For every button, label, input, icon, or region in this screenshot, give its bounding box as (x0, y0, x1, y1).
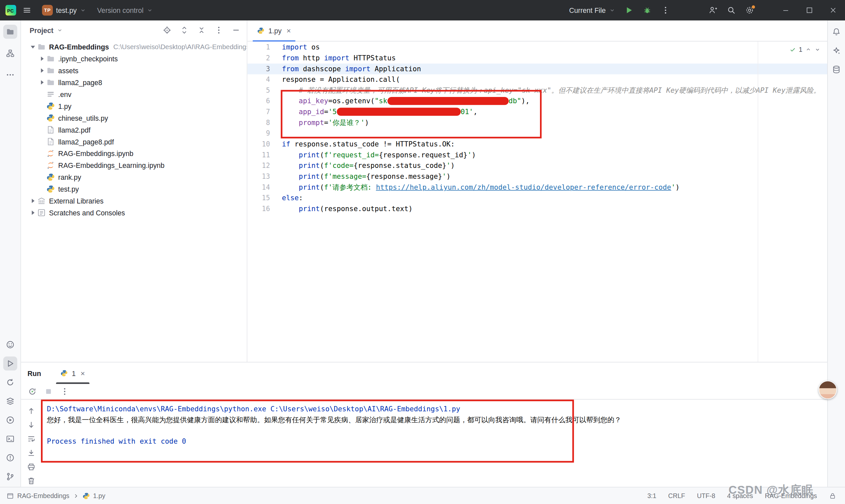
breadcrumb-project[interactable]: RAG-Embeddings (17, 492, 69, 499)
project-button[interactable] (3, 25, 17, 39)
code-line-6[interactable]: api_key=os.getenv("skdb"), (282, 96, 827, 107)
line-number[interactable]: 12 (247, 161, 282, 172)
line-number[interactable]: 16 (247, 203, 282, 214)
chevron-collapsed-icon[interactable] (29, 209, 37, 217)
previous-occurrence-button[interactable] (25, 405, 37, 417)
tree-item-llama2-pdf[interactable]: llama2.pdf (21, 124, 247, 136)
more-tool-windows-button[interactable] (3, 68, 17, 82)
run-tab-1[interactable]: 1 × (55, 362, 90, 384)
line-number[interactable]: 13 (247, 171, 282, 182)
clear-all-button[interactable] (25, 475, 37, 487)
line-number[interactable]: 5 (247, 85, 282, 96)
line-number[interactable]: 11 (247, 150, 282, 161)
code-editor[interactable]: 12345678910111213141516 import osfrom ht… (247, 41, 827, 362)
code-lines[interactable]: import osfrom http import HTTPStatusfrom… (282, 41, 827, 362)
line-number[interactable]: 9 (247, 128, 282, 139)
collapse-all-button[interactable] (196, 25, 207, 36)
tree-item-1-py[interactable]: 1.py (21, 100, 247, 112)
scroll-to-end-button[interactable] (25, 447, 37, 459)
code-line-4[interactable]: response = Application.call( (282, 74, 827, 85)
code-line-5[interactable]: # 若没有配置环境变量，可用百炼API Key将下行替换为：api_key="s… (282, 85, 827, 96)
tree-item-scratches-and-consoles[interactable]: Scratches and Consoles (21, 207, 247, 219)
print-button[interactable] (25, 461, 37, 473)
chevron-down-icon[interactable] (814, 46, 821, 53)
minimize-window-button[interactable] (774, 0, 797, 20)
chevron-expanded-icon[interactable] (29, 42, 37, 51)
tree-item-chinese-utils-py[interactable]: chinese_utils.py (21, 112, 247, 124)
chevron-collapsed-icon[interactable] (29, 197, 37, 205)
code-line-12[interactable]: print(f'code={response.status_code}') (282, 161, 827, 172)
line-number[interactable]: 8 (247, 118, 282, 128)
line-number[interactable]: 10 (247, 139, 282, 150)
line-number[interactable]: 14 (247, 182, 282, 193)
code-line-1[interactable]: import os (282, 42, 827, 53)
debug-button[interactable] (638, 2, 656, 18)
run-configuration-button[interactable]: Current File (565, 3, 619, 18)
soft-wrap-button[interactable] (25, 433, 37, 445)
more-options-button[interactable] (59, 385, 71, 397)
stop-button[interactable] (42, 385, 54, 397)
tree-item-rag-embeddings[interactable]: RAG-EmbeddingsC:\Users\weiso\Desktop\AI\… (21, 41, 247, 53)
line-ending[interactable]: CRLF (668, 492, 685, 499)
code-line-15[interactable]: else: (282, 193, 827, 203)
rerun-button[interactable] (27, 385, 38, 397)
line-number[interactable]: 4 (247, 74, 282, 85)
tree-item--env[interactable]: .env (21, 88, 247, 100)
settings-button[interactable] (740, 2, 759, 18)
caret-position[interactable]: 3:1 (647, 492, 656, 499)
code-line-16[interactable]: print(response.output.text) (282, 203, 827, 214)
editor-gutter[interactable]: 12345678910111213141516 (247, 41, 282, 362)
code-line-7[interactable]: app_id='501', (282, 107, 827, 118)
tree-item-rag-embeddings-learning-ipynb[interactable]: RAG-Embeddings_Learning.ipynb (21, 159, 247, 171)
code-line-3[interactable]: from dashscope import Application (282, 64, 827, 74)
ai-assistant-button[interactable] (3, 338, 17, 352)
problems-button[interactable] (3, 451, 17, 465)
code-line-10[interactable]: if response.status_code != HTTPStatus.OK… (282, 139, 827, 150)
chevron-collapsed-icon[interactable] (38, 66, 46, 75)
tree-item-rag-embeddings-ipynb[interactable]: RAG-Embeddings.ipynb (21, 147, 247, 159)
structure-button[interactable] (3, 46, 17, 60)
chevron-up-icon[interactable] (805, 46, 812, 53)
maximize-window-button[interactable] (797, 0, 821, 20)
code-line-14[interactable]: print(f'请参考文档: https://help.aliyun.com/z… (282, 182, 827, 193)
python-packages-button[interactable] (3, 413, 17, 427)
code-with-me-button[interactable] (704, 2, 722, 18)
close-window-button[interactable] (821, 0, 845, 20)
terminal-button[interactable] (3, 432, 17, 446)
line-number[interactable]: 15 (247, 193, 282, 203)
tree-item-assets[interactable]: assets (21, 65, 247, 76)
python-console-button[interactable] (3, 375, 17, 389)
run-button[interactable] (3, 357, 17, 371)
line-number[interactable]: 7 (247, 107, 282, 118)
tree-item-llama2-page8[interactable]: llama2_page8 (21, 76, 247, 88)
line-number[interactable]: 1 (247, 42, 282, 53)
version-control-button[interactable] (3, 470, 17, 484)
file-encoding[interactable]: UTF-8 (697, 492, 715, 499)
notifications-button[interactable] (829, 25, 843, 39)
line-number[interactable]: 3 (247, 64, 282, 74)
expand-all-button[interactable] (179, 25, 190, 36)
services-button[interactable] (3, 394, 17, 408)
editor-tab-1py[interactable]: 1.py × (251, 20, 296, 41)
select-opened-file-button[interactable] (162, 25, 173, 36)
run-console-output[interactable]: D:\Software\Miniconda\envs\RAG-Embedding… (41, 399, 827, 487)
code-line-11[interactable]: print(f'request_id={response.request_id}… (282, 150, 827, 161)
hide-panel-button[interactable] (231, 25, 242, 36)
ai-chat-button[interactable] (829, 43, 843, 57)
more-actions-button[interactable] (656, 2, 675, 18)
tree-item-external-libraries[interactable]: External Libraries (21, 195, 247, 207)
breadcrumb-file[interactable]: 1.py (93, 492, 105, 499)
version-control-button[interactable]: Version control (93, 3, 157, 18)
project-widget-button[interactable]: TP test.py (38, 3, 90, 18)
main-menu-button[interactable] (18, 3, 36, 18)
line-number[interactable]: 6 (247, 96, 282, 107)
tree-item-test-py[interactable]: test.py (21, 183, 247, 195)
tree-item--ipynb-checkpoints[interactable]: .ipynb_checkpoints (21, 53, 247, 65)
code-line-8[interactable]: prompt='你是谁？') (282, 118, 827, 128)
code-line-2[interactable]: from http import HTTPStatus (282, 53, 827, 64)
database-button[interactable] (829, 62, 843, 76)
inspections-widget[interactable]: 1 (790, 44, 821, 55)
code-line-13[interactable]: print(f'message={response.message}') (282, 171, 827, 182)
line-number[interactable]: 2 (247, 53, 282, 64)
close-tab-icon[interactable]: × (81, 370, 85, 377)
